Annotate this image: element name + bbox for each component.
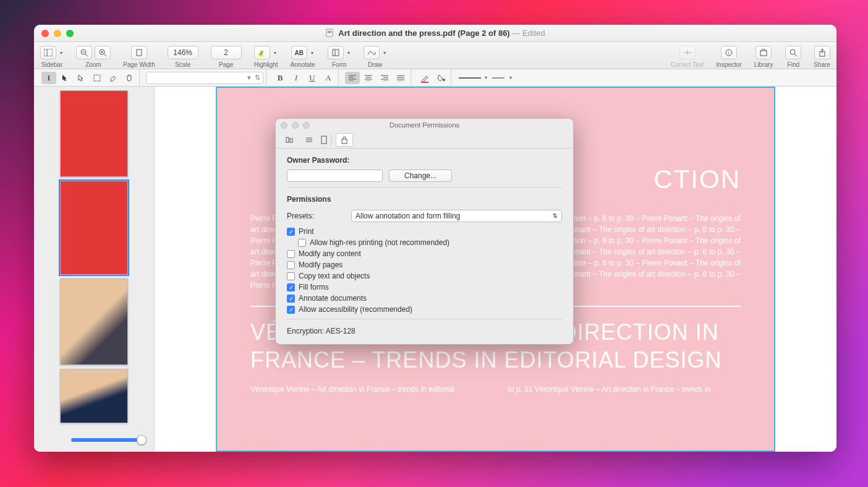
zoom-window-button[interactable] <box>66 30 74 37</box>
chevron-down-icon[interactable]: ▾ <box>483 75 488 80</box>
share-button[interactable] <box>814 46 830 59</box>
svg-rect-50 <box>321 136 326 144</box>
svg-point-21 <box>790 50 795 54</box>
chevron-down-icon[interactable]: ▾ <box>273 50 278 56</box>
presets-select[interactable]: Allow annotation and form filling ⇅ <box>351 210 562 222</box>
annotate-button[interactable]: AB <box>291 46 307 59</box>
svg-line-6 <box>85 54 88 56</box>
encryption-info: Encryption: AES-128 <box>287 327 562 335</box>
select-tool[interactable] <box>74 72 88 84</box>
copy-text-label: Copy text and objects <box>299 272 370 280</box>
page-width-label: Page Width <box>123 61 155 68</box>
library-button[interactable] <box>755 46 772 59</box>
zoom-out-button[interactable] <box>76 46 92 59</box>
permissions-section-label: Permissions <box>287 195 562 204</box>
sidebar-scrollbar[interactable] <box>71 436 151 444</box>
find-button[interactable] <box>785 46 801 59</box>
svg-rect-1 <box>328 31 331 32</box>
align-right-button[interactable] <box>377 72 392 84</box>
page-label: Page <box>219 61 233 68</box>
dialog-tabs <box>276 131 573 149</box>
scale-field[interactable]: 146% <box>168 46 198 59</box>
dialog-tab-align-icon[interactable] <box>281 133 298 147</box>
font-select[interactable]: ▾⇅ <box>146 72 263 84</box>
dialog-close-button[interactable] <box>281 122 287 129</box>
titlebar: Art direction and the press.pdf (Page 2 … <box>34 25 836 42</box>
sidebar-toggle-button[interactable] <box>40 46 56 59</box>
minimize-window-button[interactable] <box>54 30 61 37</box>
stroke-color-button[interactable] <box>417 72 432 84</box>
chevron-down-icon[interactable]: ▾ <box>382 50 387 56</box>
copy-text-checkbox[interactable] <box>287 272 295 280</box>
close-window-button[interactable] <box>41 30 49 37</box>
annotate-label: Annotate documents <box>299 294 367 303</box>
svg-rect-51 <box>342 139 347 144</box>
svg-point-42 <box>443 79 445 81</box>
dialog-tab-page-icon[interactable] <box>320 133 332 147</box>
print-label: Print <box>299 227 314 236</box>
svg-line-22 <box>794 54 797 56</box>
window-edited-status: Edited <box>522 28 545 38</box>
align-center-button[interactable] <box>361 72 376 84</box>
dialog-tab-list-icon[interactable] <box>300 133 318 147</box>
svg-rect-3 <box>44 49 53 56</box>
print-checkbox[interactable]: ✓ <box>287 228 295 236</box>
highlight-button[interactable] <box>254 46 270 59</box>
secondary-toolbar: I ▾⇅ B I U A ▾ ▾ <box>34 69 836 87</box>
form-label: Form <box>332 61 346 68</box>
align-left-button[interactable] <box>345 72 360 84</box>
chevron-down-icon[interactable]: ▾ <box>310 50 315 56</box>
chevron-down-icon[interactable]: ▾ <box>508 75 513 80</box>
bold-button[interactable]: B <box>273 72 287 84</box>
align-justify-button[interactable] <box>393 72 408 84</box>
sidebar-label: Sidebar <box>41 61 62 68</box>
window-controls <box>41 30 74 37</box>
pointer-tool[interactable] <box>57 72 72 84</box>
italic-button[interactable]: I <box>289 72 304 84</box>
svg-rect-41 <box>421 82 428 83</box>
dialog-minimize-button[interactable] <box>292 122 299 129</box>
underline-button[interactable]: U <box>305 72 320 84</box>
page-thumbnail-3[interactable] <box>60 278 128 365</box>
eraser-tool[interactable] <box>106 72 121 84</box>
highres-label: Allow high-res printing (not recommended… <box>310 238 449 247</box>
text-cursor-tool[interactable]: I <box>41 72 56 84</box>
annotate-checkbox[interactable]: ✓ <box>287 295 295 303</box>
highres-checkbox[interactable] <box>298 239 306 247</box>
line-style-button[interactable] <box>457 72 482 84</box>
page-width-button[interactable] <box>131 46 147 59</box>
column-text-right: to p. 51 Véronique Vienne – Art directio… <box>508 384 741 395</box>
inspector-button[interactable]: i <box>721 46 737 59</box>
modify-pages-checkbox[interactable] <box>287 261 295 269</box>
line-endpoints-button[interactable] <box>490 72 507 84</box>
hand-tool[interactable] <box>122 72 137 84</box>
marquee-tool[interactable] <box>90 72 104 84</box>
chevron-down-icon[interactable]: ▾ <box>59 50 64 56</box>
chevron-down-icon[interactable]: ▾ <box>346 50 351 56</box>
find-label: Find <box>788 61 799 68</box>
page-field[interactable]: 2 <box>211 46 242 59</box>
page-thumbnail-4[interactable] <box>60 369 128 423</box>
accessibility-checkbox[interactable]: ✓ <box>287 306 295 314</box>
page-thumbnail-1[interactable] <box>60 90 128 177</box>
svg-rect-18 <box>760 51 767 56</box>
draw-button[interactable] <box>364 46 380 59</box>
fill-forms-checkbox[interactable]: ✓ <box>287 283 295 291</box>
dialog-title: Document Permissions <box>389 121 459 129</box>
zoom-label: Zoom <box>85 61 101 68</box>
dialog-zoom-button[interactable] <box>303 122 310 129</box>
zoom-in-button[interactable] <box>95 46 111 59</box>
svg-text:i: i <box>728 50 730 56</box>
owner-password-field[interactable] <box>287 170 383 182</box>
fill-color-button[interactable] <box>433 72 448 84</box>
share-label: Share <box>814 61 830 68</box>
modify-content-checkbox[interactable] <box>287 250 295 258</box>
change-password-button[interactable]: Change... <box>389 170 452 182</box>
page-thumbnail-2[interactable] <box>60 181 128 275</box>
dialog-tab-lock-icon[interactable] <box>336 133 353 147</box>
form-button[interactable] <box>328 46 344 59</box>
svg-rect-13 <box>258 55 263 56</box>
svg-line-9 <box>104 54 106 56</box>
correct-text-label: Correct Text <box>671 61 704 68</box>
text-color-button[interactable]: A <box>321 72 336 84</box>
